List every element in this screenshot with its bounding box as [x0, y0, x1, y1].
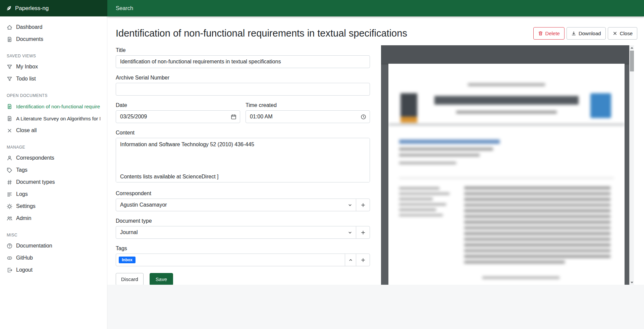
sidebar-item-label: Tags [16, 167, 28, 173]
content-label: Content [116, 130, 370, 136]
blurred-cover-thumbnail [400, 93, 417, 117]
sidebar-item-todo-list[interactable]: Todo list [0, 73, 107, 85]
document-form: Title Archive Serial Number Date 03/25/2… [116, 45, 370, 285]
document-type-label: Document type [116, 218, 370, 224]
blurred-line [399, 154, 480, 157]
sidebar-section-open-documents: OPEN DOCUMENTS Identification of non-fun… [0, 92, 107, 136]
add-document-type-button[interactable] [356, 226, 370, 239]
sidebar-item-my-inbox[interactable]: My Inbox [0, 61, 107, 73]
page-background [107, 285, 644, 329]
sidebar-item-documentation[interactable]: Documentation [0, 240, 107, 252]
tags-input[interactable]: Inbox [116, 254, 345, 266]
blurred-abstract-line [464, 198, 610, 201]
scrollbar-up-arrow[interactable] [630, 45, 634, 50]
sidebar-item-github[interactable]: GitHub [0, 252, 107, 264]
sidebar-item-dashboard[interactable]: Dashboard [0, 21, 107, 33]
sidebar-item-logout[interactable]: Logout [0, 264, 107, 276]
delete-button[interactable]: Delete [533, 27, 565, 40]
sidebar-item-admin[interactable]: Admin [0, 212, 107, 224]
scrollbar-down-arrow[interactable] [630, 280, 634, 285]
title-input[interactable] [116, 55, 370, 68]
blurred-abstract-line [464, 215, 610, 218]
blurred-masthead [434, 96, 579, 105]
search-input[interactable] [107, 0, 644, 16]
blurred-line [399, 193, 449, 195]
sidebar-open-document-2[interactable]: A Literature Survey on Algorithms for Mu… [0, 112, 107, 124]
date-input[interactable]: 03/25/2009 [116, 110, 240, 123]
sidebar-item-correspondents[interactable]: Correspondents [0, 152, 107, 164]
blurred-abstract-line [464, 186, 610, 189]
pdf-toolbar[interactable] [381, 45, 629, 64]
sidebar-section-saved-views: SAVED VIEWS My Inbox Todo list [0, 53, 107, 85]
pdf-scrollbar[interactable] [629, 45, 634, 285]
blurred-abstract-line [464, 204, 610, 207]
save-button[interactable]: Save [150, 273, 173, 285]
date-label: Date [116, 102, 240, 108]
brand: Paperless-ng [0, 0, 107, 16]
content-textarea[interactable]: Information and Software Technology 52 (… [116, 138, 370, 182]
pdf-preview [381, 45, 634, 285]
blurred-rule [399, 178, 614, 178]
document-icon [7, 104, 12, 109]
sidebar-item-close-all[interactable]: Close all [0, 124, 107, 136]
document-detail: Title Archive Serial Number Date 03/25/2… [107, 45, 644, 285]
page-title: Identification of non-functional require… [116, 26, 533, 41]
discard-button[interactable]: Discard [116, 273, 144, 285]
blurred-abstract-line [464, 243, 610, 246]
close-button[interactable]: Close [608, 27, 637, 40]
blurred-line [482, 276, 559, 279]
sidebar-item-settings[interactable]: Settings [0, 200, 107, 212]
download-button[interactable]: Download [567, 27, 606, 40]
title-label: Title [116, 47, 370, 53]
blurred-line [399, 187, 439, 189]
main-area: Identification of non-functional require… [107, 16, 644, 329]
blurred-line [456, 111, 557, 114]
download-button-label: Download [579, 31, 601, 36]
sidebar-item-label: Admin [16, 215, 31, 221]
blurred-line [399, 209, 436, 211]
sidebar-open-document-1[interactable]: Identification of non-functional require… [0, 100, 107, 112]
add-tag-button[interactable] [356, 254, 370, 266]
hash-icon [7, 179, 12, 185]
tags-dropdown-toggle-button[interactable] [345, 254, 356, 266]
chevron-down-icon [347, 203, 353, 208]
trash-icon [538, 31, 543, 36]
title-group: Title [116, 47, 370, 68]
sidebar-item-tags[interactable]: Tags [0, 164, 107, 176]
section-header: MISC [0, 232, 107, 238]
section-header: OPEN DOCUMENTS [0, 92, 107, 99]
calendar-icon[interactable] [231, 114, 236, 120]
section-header: SAVED VIEWS [0, 53, 107, 59]
time-value: 01:00 AM [250, 114, 273, 120]
plus-icon [360, 202, 366, 208]
time-created-input[interactable]: 01:00 AM [246, 110, 370, 123]
blurred-line [399, 162, 456, 164]
pdf-viewport [381, 64, 629, 285]
document-type-value: Journal [120, 229, 138, 235]
archive-serial-number-input[interactable] [116, 83, 370, 96]
time-created-label: Time created [246, 102, 370, 108]
add-correspondent-button[interactable] [356, 199, 370, 211]
blurred-line [399, 198, 433, 200]
home-icon [7, 24, 12, 30]
download-icon [571, 31, 576, 36]
sidebar-item-label: Document types [16, 179, 55, 185]
sidebar-item-document-types[interactable]: Document types [0, 176, 107, 188]
blurred-publisher-logo [590, 93, 611, 118]
clock-icon[interactable] [361, 114, 366, 120]
sidebar-item-label: Todo list [16, 76, 36, 82]
sidebar-item-documents[interactable]: Documents [0, 33, 107, 45]
document-type-group: Document type Journal [116, 218, 370, 239]
pdf-scrollbar-thumb[interactable] [630, 51, 634, 71]
sidebar-item-label: My Inbox [16, 64, 38, 70]
person-icon [7, 155, 12, 161]
funnel-icon [7, 64, 12, 70]
sidebar-item-label: GitHub [16, 255, 33, 261]
sidebar-item-logs[interactable]: Logs [0, 188, 107, 200]
tags-group: Tags Inbox [116, 245, 370, 266]
file-text-icon [7, 37, 12, 42]
open-document-title: A Literature Survey on Algorithms for Mu… [16, 116, 100, 121]
document-type-select[interactable]: Journal [116, 226, 356, 239]
correspondent-select[interactable]: Agustin Casamayor [116, 199, 356, 211]
close-icon [7, 128, 12, 133]
